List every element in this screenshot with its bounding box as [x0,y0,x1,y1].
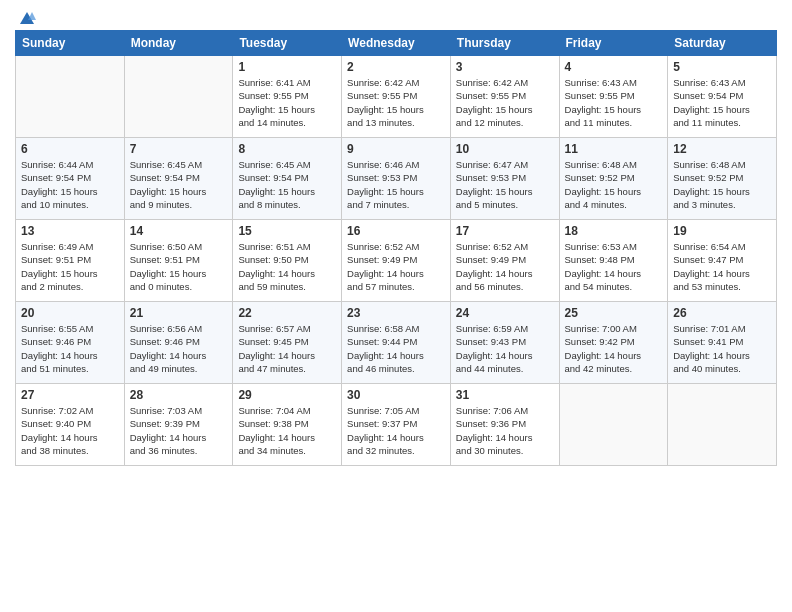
day-number: 15 [238,224,336,238]
calendar-cell: 9Sunrise: 6:46 AMSunset: 9:53 PMDaylight… [342,138,451,220]
cell-info: Sunrise: 6:44 AMSunset: 9:54 PMDaylight:… [21,158,119,211]
calendar-cell: 15Sunrise: 6:51 AMSunset: 9:50 PMDayligh… [233,220,342,302]
cell-info: Sunrise: 7:04 AMSunset: 9:38 PMDaylight:… [238,404,336,457]
weekday-saturday: Saturday [668,31,777,56]
cell-info: Sunrise: 6:58 AMSunset: 9:44 PMDaylight:… [347,322,445,375]
day-number: 22 [238,306,336,320]
calendar-cell: 12Sunrise: 6:48 AMSunset: 9:52 PMDayligh… [668,138,777,220]
calendar-cell: 29Sunrise: 7:04 AMSunset: 9:38 PMDayligh… [233,384,342,466]
cell-info: Sunrise: 6:49 AMSunset: 9:51 PMDaylight:… [21,240,119,293]
day-number: 13 [21,224,119,238]
day-number: 17 [456,224,554,238]
day-number: 4 [565,60,663,74]
cell-info: Sunrise: 7:05 AMSunset: 9:37 PMDaylight:… [347,404,445,457]
calendar-cell: 28Sunrise: 7:03 AMSunset: 9:39 PMDayligh… [124,384,233,466]
calendar-cell [559,384,668,466]
calendar-cell: 27Sunrise: 7:02 AMSunset: 9:40 PMDayligh… [16,384,125,466]
calendar-cell [668,384,777,466]
logo-icon [18,10,36,28]
day-number: 21 [130,306,228,320]
calendar-cell: 18Sunrise: 6:53 AMSunset: 9:48 PMDayligh… [559,220,668,302]
cell-info: Sunrise: 6:47 AMSunset: 9:53 PMDaylight:… [456,158,554,211]
calendar-cell: 19Sunrise: 6:54 AMSunset: 9:47 PMDayligh… [668,220,777,302]
header [15,10,777,24]
weekday-monday: Monday [124,31,233,56]
day-number: 9 [347,142,445,156]
calendar-cell: 16Sunrise: 6:52 AMSunset: 9:49 PMDayligh… [342,220,451,302]
calendar-cell: 11Sunrise: 6:48 AMSunset: 9:52 PMDayligh… [559,138,668,220]
day-number: 12 [673,142,771,156]
cell-info: Sunrise: 6:45 AMSunset: 9:54 PMDaylight:… [238,158,336,211]
calendar-cell: 8Sunrise: 6:45 AMSunset: 9:54 PMDaylight… [233,138,342,220]
calendar-cell: 4Sunrise: 6:43 AMSunset: 9:55 PMDaylight… [559,56,668,138]
calendar-cell: 10Sunrise: 6:47 AMSunset: 9:53 PMDayligh… [450,138,559,220]
week-row-2: 6Sunrise: 6:44 AMSunset: 9:54 PMDaylight… [16,138,777,220]
cell-info: Sunrise: 6:41 AMSunset: 9:55 PMDaylight:… [238,76,336,129]
calendar-cell: 2Sunrise: 6:42 AMSunset: 9:55 PMDaylight… [342,56,451,138]
calendar-cell: 25Sunrise: 7:00 AMSunset: 9:42 PMDayligh… [559,302,668,384]
cell-info: Sunrise: 7:03 AMSunset: 9:39 PMDaylight:… [130,404,228,457]
cell-info: Sunrise: 6:42 AMSunset: 9:55 PMDaylight:… [456,76,554,129]
cell-info: Sunrise: 6:45 AMSunset: 9:54 PMDaylight:… [130,158,228,211]
weekday-tuesday: Tuesday [233,31,342,56]
cell-info: Sunrise: 6:43 AMSunset: 9:54 PMDaylight:… [673,76,771,129]
cell-info: Sunrise: 6:43 AMSunset: 9:55 PMDaylight:… [565,76,663,129]
calendar-table: SundayMondayTuesdayWednesdayThursdayFrid… [15,30,777,466]
weekday-sunday: Sunday [16,31,125,56]
cell-info: Sunrise: 7:00 AMSunset: 9:42 PMDaylight:… [565,322,663,375]
calendar-cell: 6Sunrise: 6:44 AMSunset: 9:54 PMDaylight… [16,138,125,220]
cell-info: Sunrise: 6:48 AMSunset: 9:52 PMDaylight:… [673,158,771,211]
day-number: 31 [456,388,554,402]
logo [15,10,36,24]
cell-info: Sunrise: 6:56 AMSunset: 9:46 PMDaylight:… [130,322,228,375]
calendar-page: SundayMondayTuesdayWednesdayThursdayFrid… [0,0,792,612]
cell-info: Sunrise: 6:52 AMSunset: 9:49 PMDaylight:… [347,240,445,293]
day-number: 18 [565,224,663,238]
week-row-5: 27Sunrise: 7:02 AMSunset: 9:40 PMDayligh… [16,384,777,466]
calendar-cell: 3Sunrise: 6:42 AMSunset: 9:55 PMDaylight… [450,56,559,138]
cell-info: Sunrise: 6:55 AMSunset: 9:46 PMDaylight:… [21,322,119,375]
calendar-cell: 1Sunrise: 6:41 AMSunset: 9:55 PMDaylight… [233,56,342,138]
cell-info: Sunrise: 7:02 AMSunset: 9:40 PMDaylight:… [21,404,119,457]
cell-info: Sunrise: 7:06 AMSunset: 9:36 PMDaylight:… [456,404,554,457]
day-number: 1 [238,60,336,74]
calendar-cell: 24Sunrise: 6:59 AMSunset: 9:43 PMDayligh… [450,302,559,384]
day-number: 23 [347,306,445,320]
day-number: 26 [673,306,771,320]
calendar-cell: 7Sunrise: 6:45 AMSunset: 9:54 PMDaylight… [124,138,233,220]
calendar-cell: 23Sunrise: 6:58 AMSunset: 9:44 PMDayligh… [342,302,451,384]
day-number: 7 [130,142,228,156]
cell-info: Sunrise: 7:01 AMSunset: 9:41 PMDaylight:… [673,322,771,375]
cell-info: Sunrise: 6:51 AMSunset: 9:50 PMDaylight:… [238,240,336,293]
day-number: 14 [130,224,228,238]
day-number: 16 [347,224,445,238]
day-number: 5 [673,60,771,74]
calendar-cell: 22Sunrise: 6:57 AMSunset: 9:45 PMDayligh… [233,302,342,384]
weekday-friday: Friday [559,31,668,56]
day-number: 2 [347,60,445,74]
weekday-header-row: SundayMondayTuesdayWednesdayThursdayFrid… [16,31,777,56]
calendar-cell [16,56,125,138]
calendar-cell: 20Sunrise: 6:55 AMSunset: 9:46 PMDayligh… [16,302,125,384]
day-number: 24 [456,306,554,320]
day-number: 20 [21,306,119,320]
day-number: 28 [130,388,228,402]
day-number: 25 [565,306,663,320]
calendar-cell [124,56,233,138]
calendar-cell: 21Sunrise: 6:56 AMSunset: 9:46 PMDayligh… [124,302,233,384]
cell-info: Sunrise: 6:52 AMSunset: 9:49 PMDaylight:… [456,240,554,293]
cell-info: Sunrise: 6:42 AMSunset: 9:55 PMDaylight:… [347,76,445,129]
calendar-body: 1Sunrise: 6:41 AMSunset: 9:55 PMDaylight… [16,56,777,466]
cell-info: Sunrise: 6:57 AMSunset: 9:45 PMDaylight:… [238,322,336,375]
calendar-cell: 5Sunrise: 6:43 AMSunset: 9:54 PMDaylight… [668,56,777,138]
calendar-cell: 17Sunrise: 6:52 AMSunset: 9:49 PMDayligh… [450,220,559,302]
cell-info: Sunrise: 6:48 AMSunset: 9:52 PMDaylight:… [565,158,663,211]
cell-info: Sunrise: 6:53 AMSunset: 9:48 PMDaylight:… [565,240,663,293]
calendar-cell: 14Sunrise: 6:50 AMSunset: 9:51 PMDayligh… [124,220,233,302]
cell-info: Sunrise: 6:46 AMSunset: 9:53 PMDaylight:… [347,158,445,211]
week-row-1: 1Sunrise: 6:41 AMSunset: 9:55 PMDaylight… [16,56,777,138]
day-number: 3 [456,60,554,74]
day-number: 6 [21,142,119,156]
cell-info: Sunrise: 6:59 AMSunset: 9:43 PMDaylight:… [456,322,554,375]
week-row-3: 13Sunrise: 6:49 AMSunset: 9:51 PMDayligh… [16,220,777,302]
